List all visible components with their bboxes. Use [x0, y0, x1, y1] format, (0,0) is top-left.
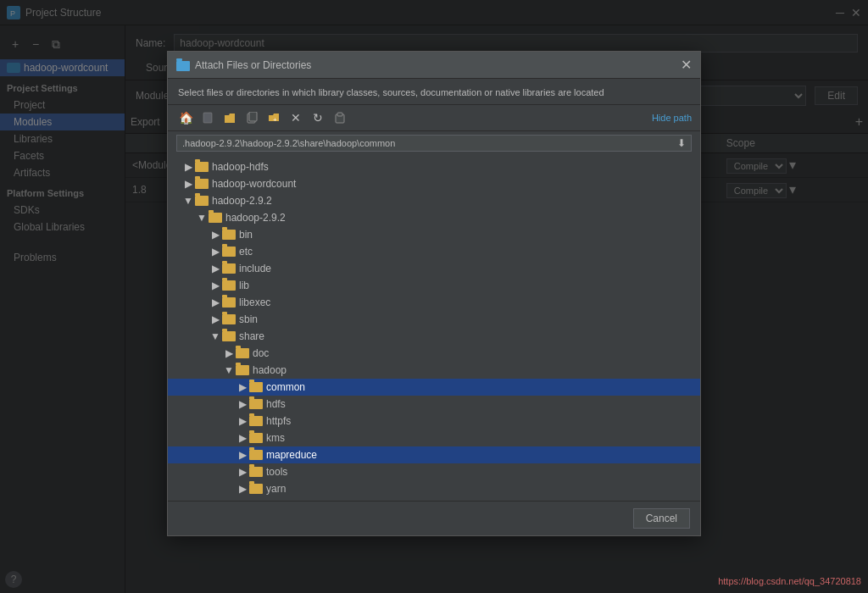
tree-label: tools — [266, 466, 287, 478]
folder-icon — [222, 280, 236, 291]
tree-item-libexec[interactable]: ▶ libexec — [168, 294, 700, 311]
tree-label: kms — [266, 432, 285, 444]
folder-icon — [236, 365, 249, 375]
tree-label: mapreduce — [266, 449, 317, 461]
hide-path-link[interactable]: Hide path — [652, 113, 692, 123]
folder-icon — [249, 416, 263, 426]
folder-icon — [249, 399, 263, 409]
tree-item-hadoop[interactable]: ▼ hadoop — [168, 362, 700, 379]
tree-item-yarn[interactable]: ▶ yarn — [168, 480, 700, 497]
tree-item-etc[interactable]: ▶ etc — [168, 243, 700, 260]
modal-icon — [176, 58, 190, 72]
modal-description: Select files or directories in which lib… — [168, 79, 700, 105]
tree-item-lib[interactable]: ▶ lib — [168, 277, 700, 294]
tree-label: yarn — [266, 483, 286, 495]
folder-icon — [222, 230, 236, 240]
tree-item-httpfs[interactable]: ▶ httpfs — [168, 413, 700, 430]
tree-label: hadoop-2.9.2 — [225, 212, 286, 224]
path-download-btn[interactable]: ⬇ — [677, 137, 686, 149]
svg-rect-3 — [176, 58, 182, 61]
folder-icon — [249, 484, 263, 494]
chevron-icon: ▼ — [209, 330, 222, 343]
chevron-icon: ▶ — [236, 380, 249, 394]
folder-icon — [236, 348, 249, 358]
toolbar-delete-btn[interactable]: ✕ — [287, 108, 305, 127]
tree-label: httpfs — [266, 415, 291, 427]
tree-label: hadoop-hdfs — [212, 161, 269, 173]
tree-item-hadoop-hdfs[interactable]: ▶ hadoop-hdfs — [168, 158, 700, 175]
svg-text:+: + — [273, 116, 277, 123]
path-bar: .hadoop-2.9.2\hadoop-2.9.2\share\hadoop\… — [176, 135, 692, 152]
tree-label: include — [239, 263, 271, 274]
modal-close-btn[interactable]: ✕ — [681, 57, 692, 73]
tree-label: hadoop-wordcount — [212, 178, 296, 190]
chevron-icon: ▶ — [236, 482, 249, 496]
svg-rect-4 — [203, 113, 212, 123]
path-text: .hadoop-2.9.2\hadoop-2.9.2\share\hadoop\… — [182, 138, 677, 148]
tree-label: sbin — [239, 313, 258, 325]
chevron-icon: ▼ — [222, 363, 236, 377]
chevron-icon: ▶ — [209, 296, 222, 309]
folder-icon — [195, 179, 209, 189]
tree-label: share — [239, 330, 264, 342]
tree-item-include[interactable]: ▶ include — [168, 260, 700, 277]
tree-item-doc[interactable]: ▶ doc — [168, 345, 700, 362]
toolbar-home-btn[interactable]: 🏠 — [176, 108, 195, 127]
folder-icon — [222, 331, 236, 341]
tree-item-kms[interactable]: ▶ kms — [168, 430, 700, 446]
chevron-icon: ▶ — [222, 346, 236, 360]
toolbar-copy-btn[interactable] — [242, 108, 261, 127]
chevron-icon: ▼ — [181, 194, 195, 208]
modal-toolbar: 🏠 + ✕ ↻ Hide path — [168, 105, 700, 131]
svg-rect-6 — [249, 112, 257, 121]
modal-overlay: Attach Files or Directories ✕ Select fil… — [0, 0, 868, 593]
tree-item-bin[interactable]: ▶ bin — [168, 226, 700, 243]
tree-label: libexec — [239, 296, 270, 308]
chevron-icon: ▼ — [195, 211, 209, 224]
folder-icon — [249, 382, 263, 392]
tree-label: etc — [239, 246, 253, 258]
chevron-icon: ▶ — [209, 245, 222, 258]
chevron-icon: ▶ — [236, 448, 249, 462]
tree-item-mapreduce[interactable]: ▶ mapreduce — [168, 446, 700, 463]
toolbar-file-btn[interactable] — [198, 108, 217, 127]
tree-label: bin — [239, 229, 253, 241]
toolbar-newfolder-btn[interactable]: + — [264, 108, 283, 127]
tree-item-hadoop292-2[interactable]: ▼ hadoop-2.9.2 — [168, 209, 700, 226]
folder-icon — [209, 213, 222, 223]
folder-icon — [222, 314, 236, 324]
tree-item-common[interactable]: ▶ common — [168, 379, 700, 396]
folder-icon — [195, 196, 209, 206]
tree-item-share[interactable]: ▼ share — [168, 328, 700, 345]
tree-label: doc — [253, 347, 269, 359]
toolbar-refresh-btn[interactable]: ↻ — [309, 108, 327, 127]
toolbar-folder-btn[interactable] — [220, 108, 239, 127]
toolbar-clipboard-btn[interactable] — [331, 108, 349, 127]
attach-files-modal: Attach Files or Directories ✕ Select fil… — [167, 51, 701, 536]
chevron-icon: ▶ — [209, 262, 222, 275]
tree-item-hdfs[interactable]: ▶ hdfs — [168, 396, 700, 413]
tree-item-hadoop-wordcount[interactable]: ▶ hadoop-wordcount — [168, 175, 700, 192]
tree-item-sbin[interactable]: ▶ sbin — [168, 311, 700, 328]
tree-item-hadoop292-1[interactable]: ▼ hadoop-2.9.2 — [168, 192, 700, 209]
tree-item-tools[interactable]: ▶ tools — [168, 463, 700, 480]
svg-rect-9 — [337, 113, 342, 116]
modal-title-bar: Attach Files or Directories ✕ — [168, 52, 700, 79]
chevron-icon: ▶ — [209, 279, 222, 292]
chevron-icon: ▶ — [236, 431, 249, 445]
chevron-icon: ▶ — [209, 228, 222, 241]
folder-icon — [249, 467, 263, 477]
folder-icon — [195, 162, 209, 172]
cancel-btn[interactable]: Cancel — [633, 508, 690, 529]
modal-title: Attach Files or Directories — [195, 59, 311, 71]
chevron-icon: ▶ — [236, 397, 249, 411]
folder-icon — [249, 433, 263, 443]
tree-label: common — [266, 381, 305, 393]
chevron-icon: ▶ — [236, 465, 249, 479]
chevron-icon: ▶ — [209, 313, 222, 326]
tree-area: ▶ hadoop-hdfs ▶ hadoop-wordcount ▼ hadoo… — [168, 155, 700, 501]
folder-icon — [222, 247, 236, 257]
modal-bottom-bar: Cancel — [168, 501, 700, 535]
tree-label: lib — [239, 280, 249, 291]
tree-label: hdfs — [266, 398, 286, 410]
